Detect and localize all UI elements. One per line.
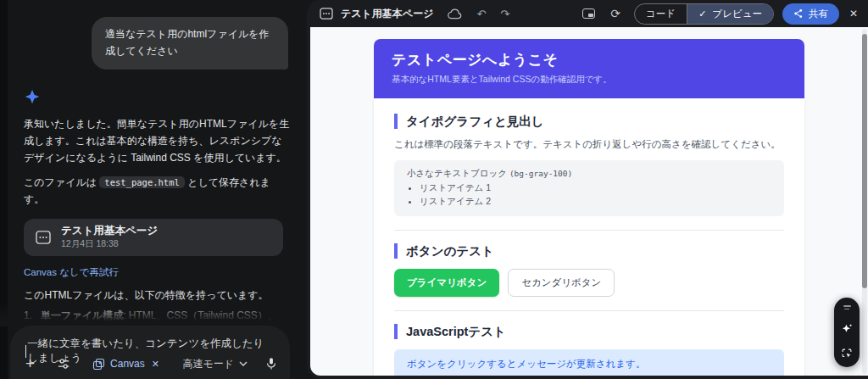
gray-text-block: 小さなテキストブロック (bg-gray-100) リストアイテム 1 リストア… [394,160,784,216]
assistant-paragraph-file: このファイルは test_page.html として保存されます。 [24,174,290,208]
code-preview-toggle: コード ✓プレビュー [634,3,774,25]
secondary-button[interactable]: セカンダリボタン [508,269,615,297]
add-attachment-button[interactable]: + [25,356,35,371]
canvas-chip-label: Canvas [110,358,145,370]
redo-icon[interactable]: ↷ [500,8,509,20]
hero-subtitle: 基本的なHTML要素とTailwind CSSの動作確認用です。 [392,74,787,86]
tab-preview[interactable]: ✓プレビュー [687,4,773,24]
tab-code[interactable]: コード [635,4,687,24]
page-hero: テストページへようこそ 基本的なHTML要素とTailwind CSSの動作確認… [374,39,804,98]
canvas-mode-chip[interactable]: Canvas ✕ [92,358,159,371]
tab-preview-label: プレビュー [712,8,762,20]
share-icon [793,8,804,19]
select-area-icon[interactable] [841,348,853,359]
scrollbar-thumb[interactable] [862,34,867,288]
share-button[interactable]: 共有 [782,3,839,25]
artifact-timestamp: 12月4日 18:38 [61,238,158,249]
list-item: リストアイテム 2 [420,196,771,208]
page-card-body: タイポグラフィと見出し これは標準の段落テキストです。テキストの折り返しや行の高… [374,98,804,376]
js-message-box: ボタンをクリックするとメッセージが更新されます。 [394,349,784,376]
gemini-sparkle-icon [24,88,41,105]
divider [394,310,784,311]
share-button-label: 共有 [809,8,828,20]
artifact-icon [320,8,333,20]
preview-header-actions: ⟳ コード ✓プレビュー 共有 ✕ [582,3,858,25]
artifact-card-text: テスト用基本ページ 12月4日 18:38 [61,225,158,249]
composer-toolbar: + Canvas ✕ 高速モード [25,356,278,371]
export-cloud-icon[interactable] [448,8,462,20]
retry-without-canvas-link[interactable]: Canvas なしで再試行 [24,266,119,279]
undo-icon[interactable]: ↶ [476,8,486,20]
tools-icon[interactable] [57,357,70,371]
sparkle-icon[interactable] [842,323,853,334]
preview-document-title: テスト用基本ページ [341,7,433,21]
file-sentence-prefix: このファイルは [24,176,99,188]
user-message-row: 適当なテスト用のhtmlファイルを作成してください [24,17,288,70]
model-mode-selector[interactable]: 高速モード [182,357,248,371]
list-item-title: 単一ファイル構成 [41,309,123,321]
divider [394,230,784,231]
section-heading-javascript: JavaScriptテスト [394,324,784,339]
buttons-row: プライマリボタン セカンダリボタン [394,269,784,297]
refresh-icon[interactable]: ⟳ [610,7,620,20]
window-edge [0,0,8,379]
artifact-title: テスト用基本ページ [61,225,158,237]
gray-box-list: リストアイテム 1 リストアイテム 2 [407,182,771,208]
canvas-icon [92,358,105,371]
menu-lines-icon[interactable] [843,305,851,309]
chevron-down-icon [239,361,248,366]
canvas-preview-panel: テスト用基本ページ ↶ ↷ ⟳ コード ✓プレビュー 共有 ✕ テストページへよ… [307,0,868,379]
section-heading-typography: タイポグラフィと見出し [394,114,784,129]
microphone-icon[interactable] [264,357,278,371]
primary-button[interactable]: プライマリボタン [394,269,499,297]
features-intro: このHTMLファイルは、以下の特徴を持っています。 [24,287,290,304]
mode-label: 高速モード [182,357,234,371]
chat-panel: 適当なテスト用のhtmlファイルを作成してください 承知いたしました。簡単なテス… [0,0,307,379]
chat-scroll-area[interactable]: 適当なテスト用のhtmlファイルを作成してください 承知いたしました。簡単なテス… [24,0,288,379]
section-heading-buttons: ボタンのテスト [394,243,784,259]
file-name-chip: test_page.html [99,176,185,188]
canvas-chip-close-icon[interactable]: ✕ [152,359,159,370]
check-icon: ✓ [698,8,706,20]
assistant-paragraph-intro: 承知いたしました。簡単なテスト用のHTMLファイルを生成します。これは基本的な構… [24,115,290,166]
picture-in-picture-icon[interactable] [582,8,595,19]
gray-box-label: 小さなテキストブロック [407,168,509,178]
composer[interactable]: 一緒に文章を書いたり、コンテンツを作成したりしましょう + Canvas ✕ 高… [10,326,290,379]
artifact-card[interactable]: テスト用基本ページ 12月4日 18:38 [24,219,283,256]
artifact-icon [36,231,51,244]
rendered-page: テストページへようこそ 基本的なHTML要素とTailwind CSSの動作確認… [374,39,804,376]
typography-paragraph: これは標準の段落テキストです。テキストの折り返しや行の高さを確認してください。 [394,138,784,151]
floating-assist-pill[interactable] [834,298,860,367]
hero-title: テストページへようこそ [392,50,787,70]
user-message-bubble: 適当なテスト用のhtmlファイルを作成してください [92,17,288,70]
preview-header: テスト用基本ページ ↶ ↷ ⟳ コード ✓プレビュー 共有 ✕ [307,0,868,27]
gray-box-code: (bg-gray-100) [509,169,572,178]
close-icon[interactable]: ✕ [849,8,858,20]
list-item: リストアイテム 1 [420,182,771,194]
preview-content: テストページへようこそ 基本的なHTML要素とTailwind CSSの動作確認… [310,27,868,376]
